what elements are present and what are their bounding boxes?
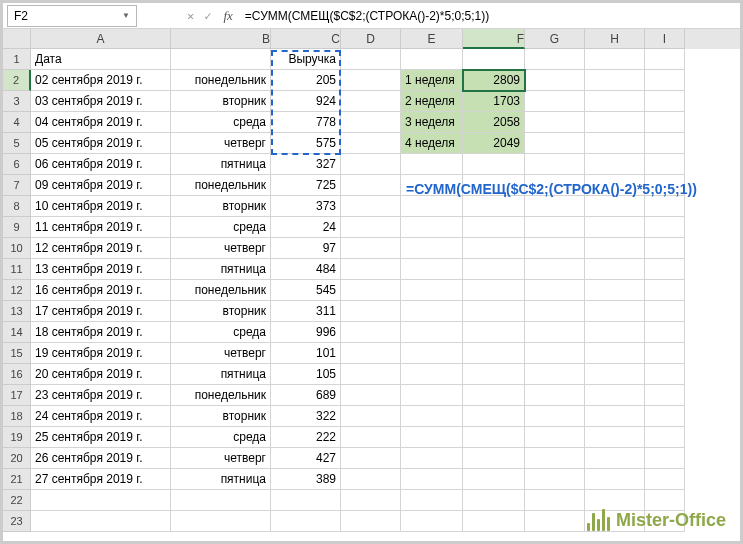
cell-E23[interactable]	[401, 511, 463, 532]
cell-F8[interactable]	[463, 196, 525, 217]
cell-H13[interactable]	[585, 301, 645, 322]
cell-E4[interactable]: 3 неделя	[401, 112, 463, 133]
row-header-20[interactable]: 20	[3, 448, 31, 469]
cell-G11[interactable]	[525, 259, 585, 280]
cell-B12[interactable]: понедельник	[171, 280, 271, 301]
cell-G6[interactable]	[525, 154, 585, 175]
cell-A7[interactable]: 09 сентября 2019 г.	[31, 175, 171, 196]
col-header-E[interactable]: E	[401, 29, 463, 49]
cell-D14[interactable]	[341, 322, 401, 343]
row-header-2[interactable]: 2	[3, 70, 31, 91]
cell-C14[interactable]: 996	[271, 322, 341, 343]
cell-G22[interactable]	[525, 490, 585, 511]
cell-F14[interactable]	[463, 322, 525, 343]
cell-B2[interactable]: понедельник	[171, 70, 271, 91]
cell-G13[interactable]	[525, 301, 585, 322]
cell-F23[interactable]	[463, 511, 525, 532]
cell-F19[interactable]	[463, 427, 525, 448]
cell-E17[interactable]	[401, 385, 463, 406]
row-header-10[interactable]: 10	[3, 238, 31, 259]
cell-H10[interactable]	[585, 238, 645, 259]
cell-D12[interactable]	[341, 280, 401, 301]
cell-B15[interactable]: четверг	[171, 343, 271, 364]
row-header-13[interactable]: 13	[3, 301, 31, 322]
cell-D18[interactable]	[341, 406, 401, 427]
cell-F6[interactable]	[463, 154, 525, 175]
cell-H5[interactable]	[585, 133, 645, 154]
cell-A13[interactable]: 17 сентября 2019 г.	[31, 301, 171, 322]
row-header-15[interactable]: 15	[3, 343, 31, 364]
cell-H2[interactable]	[585, 70, 645, 91]
cell-B10[interactable]: четверг	[171, 238, 271, 259]
cell-G4[interactable]	[525, 112, 585, 133]
cell-E10[interactable]	[401, 238, 463, 259]
cell-F10[interactable]	[463, 238, 525, 259]
cell-I11[interactable]	[645, 259, 685, 280]
cell-B21[interactable]: пятница	[171, 469, 271, 490]
cell-A19[interactable]: 25 сентября 2019 г.	[31, 427, 171, 448]
cell-E12[interactable]	[401, 280, 463, 301]
cell-I3[interactable]	[645, 91, 685, 112]
cell-D13[interactable]	[341, 301, 401, 322]
cell-G2[interactable]	[525, 70, 585, 91]
cell-A22[interactable]	[31, 490, 171, 511]
cell-A18[interactable]: 24 сентября 2019 г.	[31, 406, 171, 427]
cell-G20[interactable]	[525, 448, 585, 469]
col-header-C[interactable]: C	[271, 29, 341, 49]
cell-G10[interactable]	[525, 238, 585, 259]
cell-D17[interactable]	[341, 385, 401, 406]
cell-C4[interactable]: 778	[271, 112, 341, 133]
cell-C8[interactable]: 373	[271, 196, 341, 217]
col-header-D[interactable]: D	[341, 29, 401, 49]
cell-D15[interactable]	[341, 343, 401, 364]
cell-D10[interactable]	[341, 238, 401, 259]
cell-A23[interactable]	[31, 511, 171, 532]
cell-E19[interactable]	[401, 427, 463, 448]
cell-G3[interactable]	[525, 91, 585, 112]
cell-C1[interactable]: Выручка	[271, 49, 341, 70]
cell-B5[interactable]: четверг	[171, 133, 271, 154]
cell-C20[interactable]: 427	[271, 448, 341, 469]
cell-B18[interactable]: вторник	[171, 406, 271, 427]
cell-E14[interactable]	[401, 322, 463, 343]
cell-F21[interactable]	[463, 469, 525, 490]
cell-H14[interactable]	[585, 322, 645, 343]
cell-D21[interactable]	[341, 469, 401, 490]
cell-H21[interactable]	[585, 469, 645, 490]
cell-B11[interactable]: пятница	[171, 259, 271, 280]
cell-I15[interactable]	[645, 343, 685, 364]
formula-input[interactable]: =СУММ(СМЕЩ($C$2;(СТРОКА()-2)*5;0;5;1))	[239, 7, 740, 25]
cell-G8[interactable]	[525, 196, 585, 217]
cell-I14[interactable]	[645, 322, 685, 343]
cell-I9[interactable]	[645, 217, 685, 238]
cell-C19[interactable]: 222	[271, 427, 341, 448]
cell-H16[interactable]	[585, 364, 645, 385]
cell-C21[interactable]: 389	[271, 469, 341, 490]
cell-A16[interactable]: 20 сентября 2019 г.	[31, 364, 171, 385]
cell-B19[interactable]: среда	[171, 427, 271, 448]
cell-E1[interactable]	[401, 49, 463, 70]
cell-E20[interactable]	[401, 448, 463, 469]
cell-A14[interactable]: 18 сентября 2019 г.	[31, 322, 171, 343]
cell-C3[interactable]: 924	[271, 91, 341, 112]
cell-D22[interactable]	[341, 490, 401, 511]
cell-G17[interactable]	[525, 385, 585, 406]
cell-C22[interactable]	[271, 490, 341, 511]
cell-H6[interactable]	[585, 154, 645, 175]
cell-E2[interactable]: 1 неделя	[401, 70, 463, 91]
cell-H4[interactable]	[585, 112, 645, 133]
cell-A21[interactable]: 27 сентября 2019 г.	[31, 469, 171, 490]
cell-E13[interactable]	[401, 301, 463, 322]
cell-D3[interactable]	[341, 91, 401, 112]
cell-H19[interactable]	[585, 427, 645, 448]
cell-F11[interactable]	[463, 259, 525, 280]
row-header-1[interactable]: 1	[3, 49, 31, 70]
row-header-22[interactable]: 22	[3, 490, 31, 511]
cell-E6[interactable]	[401, 154, 463, 175]
cell-E15[interactable]	[401, 343, 463, 364]
cell-D9[interactable]	[341, 217, 401, 238]
cell-G5[interactable]	[525, 133, 585, 154]
cell-G18[interactable]	[525, 406, 585, 427]
cell-H8[interactable]	[585, 196, 645, 217]
cell-C10[interactable]: 97	[271, 238, 341, 259]
